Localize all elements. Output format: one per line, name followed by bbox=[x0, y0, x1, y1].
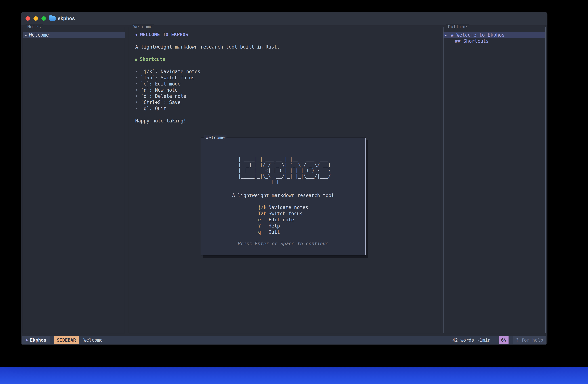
shortcut-bullet-line: • `j/k`: Navigate notes bbox=[135, 68, 440, 75]
modal-shortcut-row: ? Help bbox=[258, 223, 308, 229]
zoom-button[interactable] bbox=[42, 16, 46, 21]
section-square-icon: ■ bbox=[135, 56, 137, 62]
minimize-button[interactable] bbox=[34, 16, 38, 21]
shortcut-key: Tab bbox=[258, 210, 269, 217]
bullet-icon: • bbox=[135, 87, 141, 93]
ascii-logo: _____ _ _ | ____| | ___ __ | |__ ___ ___… bbox=[235, 151, 331, 184]
titlebar: ekphos bbox=[21, 12, 547, 25]
shortcut-bullet-line: • `n`: New note bbox=[135, 87, 440, 93]
heading-diamond-icon: ◆ bbox=[135, 31, 138, 38]
shortcut-desc: Switch focus bbox=[269, 210, 302, 217]
bullet-icon: • bbox=[135, 68, 141, 75]
modal-title: Welcome bbox=[204, 135, 227, 140]
bullet-icon: • bbox=[135, 75, 141, 81]
app-name: Ekphos bbox=[30, 338, 46, 343]
shortcut-key: ? bbox=[258, 223, 269, 229]
intro-text: A lightweight markdown research tool bui… bbox=[135, 44, 440, 50]
bullet-text: `Ctrl+S`: Save bbox=[141, 99, 181, 105]
bullet-text: `Tab`: Switch focus bbox=[141, 75, 195, 81]
outline-item-h2[interactable]: ## Shortcuts bbox=[443, 38, 545, 44]
status-bar: ◆ Ekphos SIDEBAR Welcome 42 words ~1min … bbox=[22, 336, 546, 344]
selected-arrow-icon: ▶ bbox=[443, 32, 451, 38]
shortcut-bullet-line: • `q`: Quit bbox=[135, 105, 440, 112]
note-list-item[interactable]: ▶ Welcome bbox=[23, 32, 125, 38]
markdown-heading: ◆ WELCOME TO EKPHOS bbox=[135, 31, 440, 38]
outline-item-label: ## Shortcuts bbox=[455, 38, 489, 44]
desktop-wallpaper-strip bbox=[0, 367, 588, 384]
main-area: Notes ▶ Welcome Welcome ◆ WELCOME TO EKP… bbox=[21, 25, 547, 336]
app-diamond-icon: ◆ bbox=[25, 338, 28, 342]
outline-list: ▶ # Welcome to Ekphos ## Shortcuts bbox=[443, 27, 545, 44]
outline-panel-title: Outline bbox=[446, 24, 469, 29]
editor-panel-title: Welcome bbox=[132, 24, 154, 29]
outline-item-h1[interactable]: ▶ # Welcome to Ekphos bbox=[443, 32, 545, 38]
bullet-icon: • bbox=[135, 99, 141, 105]
modal-shortcut-row: j/k Navigate notes bbox=[258, 204, 308, 210]
bullet-icon: • bbox=[135, 81, 141, 87]
heading-text: WELCOME TO EKPHOS bbox=[140, 31, 188, 38]
folder-icon bbox=[49, 16, 56, 21]
bullet-text: `d`: Delete note bbox=[141, 93, 186, 99]
modal-shortcut-row: e Edit note bbox=[258, 217, 308, 223]
section-text: Shortcuts bbox=[140, 56, 165, 62]
close-button[interactable] bbox=[25, 16, 30, 21]
shortcut-key: e bbox=[258, 217, 269, 223]
shortcut-desc: Help bbox=[269, 223, 280, 229]
bullet-icon: • bbox=[135, 93, 141, 99]
markdown-section-heading: ■ Shortcuts bbox=[135, 56, 440, 62]
shortcut-bullet-line: • `d`: Delete note bbox=[135, 93, 440, 99]
shortcut-desc: Edit note bbox=[269, 217, 294, 223]
notes-panel: Notes ▶ Welcome bbox=[23, 27, 125, 333]
traffic-lights bbox=[25, 16, 46, 21]
word-count: 42 words ~1min bbox=[452, 338, 491, 343]
welcome-modal: Welcome _____ _ _ | ____| | ___ __ | |__… bbox=[201, 138, 366, 255]
app-name-chip: ◆ Ekphos bbox=[22, 336, 50, 344]
shortcut-bullet-line: • `Ctrl+S`: Save bbox=[135, 99, 440, 105]
shortcut-key: j/k bbox=[258, 204, 269, 210]
modal-body: _____ _ _ | ____| | ___ __ | |__ ___ ___… bbox=[201, 138, 365, 246]
outline-item-label: # Welcome to Ekphos bbox=[451, 32, 504, 38]
mode-indicator: SIDEBAR bbox=[54, 336, 79, 344]
help-hint: ? for help bbox=[513, 336, 546, 344]
scroll-progress-badge: 6% bbox=[499, 336, 508, 344]
shortcut-bullet-line: • `Tab`: Switch focus bbox=[135, 75, 440, 81]
modal-tagline: A lightweight markdown research tool bbox=[232, 193, 334, 198]
outro-text: Happy note-taking! bbox=[135, 118, 440, 124]
shortcut-desc: Quit bbox=[269, 229, 280, 235]
window-title: ekphos bbox=[58, 16, 75, 21]
bullet-icon: • bbox=[135, 105, 141, 112]
current-note-label: Welcome bbox=[84, 338, 103, 343]
terminal-window: ekphos Notes ▶ Welcome Welcome ◆ WELCOME… bbox=[21, 12, 547, 345]
bullet-text: `j/k`: Navigate notes bbox=[141, 68, 200, 75]
notes-panel-title: Notes bbox=[25, 24, 43, 29]
selected-arrow-icon: ▶ bbox=[25, 32, 27, 38]
modal-shortcut-row: q Quit bbox=[258, 229, 308, 235]
modal-shortcut-row: Tab Switch focus bbox=[258, 210, 308, 217]
note-item-label: Welcome bbox=[29, 32, 49, 38]
window-title-group: ekphos bbox=[49, 16, 75, 21]
shortcut-bullet-line: • `e`: Edit mode bbox=[135, 81, 440, 87]
editor-content: ◆ WELCOME TO EKPHOS A lightweight markdo… bbox=[129, 27, 440, 124]
modal-shortcut-list: j/k Navigate notes Tab Switch focus e Ed… bbox=[258, 204, 308, 235]
shortcut-key: q bbox=[258, 229, 269, 235]
outline-panel: Outline ▶ # Welcome to Ekphos ## Shortcu… bbox=[443, 27, 546, 333]
modal-continue-hint: Press Enter or Space to continue bbox=[238, 241, 329, 246]
bullet-text: `e`: Edit mode bbox=[141, 81, 181, 87]
shortcut-desc: Navigate notes bbox=[269, 204, 308, 210]
bullet-text: `q`: Quit bbox=[141, 105, 166, 112]
bullet-text: `n`: New note bbox=[141, 87, 178, 93]
